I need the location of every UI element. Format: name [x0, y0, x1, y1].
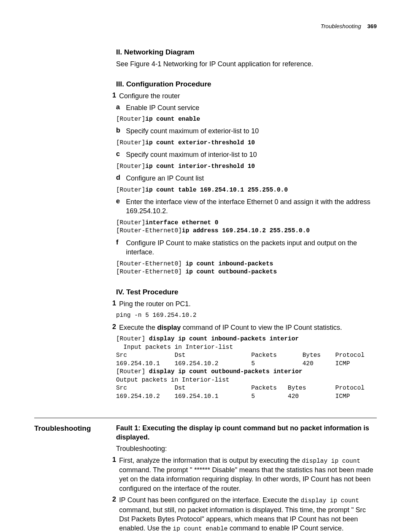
test-step-1: 1 Ping the router on PC1. — [116, 299, 377, 308]
heading-networking-diagram: II. Networking Diagram — [116, 48, 377, 56]
fault-title: Fault 1: Executing the display ip count … — [116, 423, 377, 442]
substep-a: a Enable IP Count service — [116, 103, 377, 112]
substep-text: Configure an IP Count list — [126, 174, 377, 183]
substep-f: f Configure IP Count to make statistics … — [116, 238, 377, 257]
inline-code: display ip count — [302, 458, 360, 465]
step-text: IP Count has been configured on the inte… — [116, 495, 377, 532]
ts-step-2: 2 IP Count has been configured on the in… — [116, 495, 377, 532]
substep-text: Enter the interface view of the interfac… — [126, 197, 377, 216]
heading-test-procedure: IV. Test Procedure — [116, 288, 377, 296]
code-d: [Router]ip count table 169.254.10.1 255.… — [116, 186, 377, 195]
substep-d: d Configure an IP Count list — [116, 174, 377, 183]
troubleshooting-section: Troubleshooting Fault 1: Executing the d… — [34, 423, 377, 532]
ts-step-1: 1 First, analyze the information that is… — [116, 456, 377, 493]
page: Troubleshooting 369 II. Networking Diagr… — [0, 0, 411, 532]
left-gutter — [34, 46, 116, 46]
code-a: [Router]ip count enable — [116, 115, 377, 124]
step-number: 1 — [106, 299, 116, 307]
main-column: II. Networking Diagram See Figure 4-1 Ne… — [116, 46, 377, 404]
step-number: 2 — [106, 323, 116, 331]
code-ping: ping -n 5 169.254.10.2 — [116, 312, 377, 320]
code-e: [Router]interface ethernet 0 [Router-Eth… — [116, 219, 377, 235]
substep-label: d — [116, 174, 126, 182]
substep-text: Enable IP Count service — [126, 103, 377, 112]
code-c: [Router]ip count interior-threshold 10 — [116, 163, 377, 171]
step-text: Configure the router — [116, 91, 377, 101]
test-step-2: 2 Execute the display command of IP Coun… — [116, 323, 377, 332]
substep-text: Configure IP Count to make statistics on… — [126, 238, 377, 257]
page-number: 369 — [367, 23, 377, 29]
side-heading: Troubleshooting — [34, 423, 116, 433]
code-b: [Router]ip count exterior-threshold 10 — [116, 139, 377, 147]
troubleshooting-intro: Troubleshooting: — [116, 444, 377, 453]
step-text: Execute the display command of IP Count … — [116, 323, 377, 332]
substep-c: c Specify count maximum of interior-list… — [116, 150, 377, 159]
section-divider — [34, 418, 377, 418]
heading-config-procedure: III. Configuration Procedure — [116, 80, 377, 88]
step-text: Ping the router on PC1. — [116, 299, 377, 308]
substep-text: Specify count maximum of exterior-list t… — [126, 126, 377, 136]
substep-label: a — [116, 103, 126, 111]
troubleshooting-body: Fault 1: Executing the display ip count … — [116, 423, 377, 532]
substep-text: Specify count maximum of interior-list t… — [126, 150, 377, 159]
header-section: Troubleshooting — [320, 23, 361, 29]
step-number: 2 — [106, 495, 116, 503]
display-output: [Router] display ip count inbound-packet… — [116, 335, 377, 401]
step-number: 1 — [106, 91, 116, 99]
text-networking-diagram: See Figure 4-1 Networking for IP Count a… — [116, 59, 377, 69]
substep-b: b Specify count maximum of exterior-list… — [116, 126, 377, 136]
substep-label: c — [116, 150, 126, 158]
config-step-1: 1 Configure the router — [116, 91, 377, 101]
substep-e: e Enter the interface view of the interf… — [116, 197, 377, 216]
step-number: 1 — [106, 456, 116, 464]
inline-code: ip count enable — [173, 526, 228, 532]
step-text: First, analyze the information that is o… — [116, 456, 377, 493]
substep-label: f — [116, 238, 126, 246]
code-f: [Router-Ethernet0] ip count inbound-pack… — [116, 260, 377, 276]
substep-label: e — [116, 197, 126, 205]
substep-label: b — [116, 126, 126, 134]
running-header: Troubleshooting 369 — [320, 23, 377, 29]
inline-code: display ip count — [301, 497, 359, 504]
